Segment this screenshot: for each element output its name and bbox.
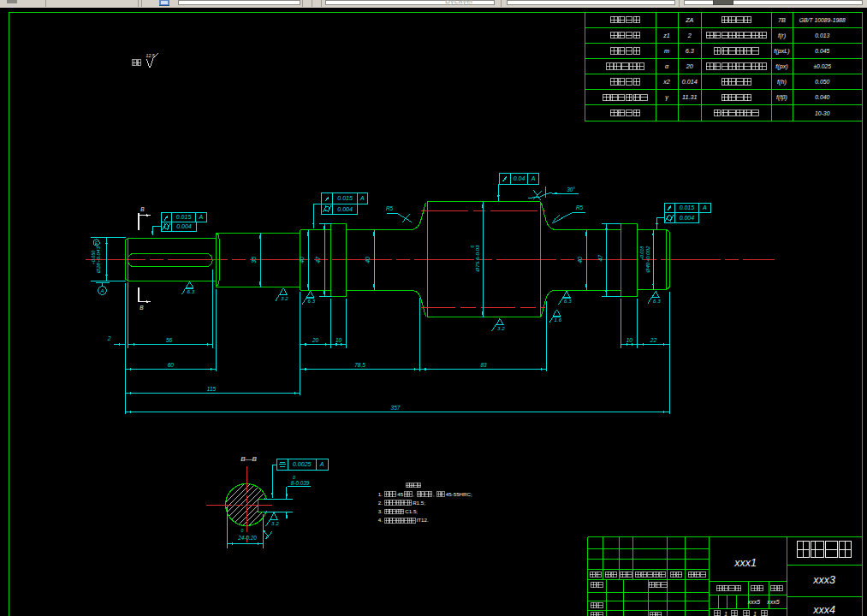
svg-text:0.04: 0.04 (514, 175, 526, 181)
svg-text:z1: z1 (662, 32, 670, 39)
svg-text:83: 83 (480, 362, 487, 368)
svg-text:xxx5: xxx5 (747, 599, 761, 605)
svg-text:f(px): f(px) (775, 62, 787, 70)
svg-text:0.050: 0.050 (815, 79, 829, 85)
svg-text:0.015: 0.015 (680, 204, 695, 210)
svg-text:0.015: 0.015 (176, 214, 192, 220)
svg-text:8-0.039: 8-0.039 (291, 480, 310, 486)
svg-text:,: , (433, 491, 435, 497)
svg-text:±0.025: ±0.025 (813, 63, 831, 69)
svg-text:6.3: 6.3 (308, 298, 316, 304)
svg-text:f(r): f(r) (778, 32, 786, 39)
svg-text:10: 10 (336, 337, 342, 343)
svg-text:ZA: ZA (685, 16, 693, 24)
svg-text:24-0.20: 24-0.20 (237, 535, 257, 541)
svg-text:0.004: 0.004 (337, 206, 353, 212)
svg-text:20: 20 (686, 62, 693, 70)
svg-text:0.045: 0.045 (815, 48, 829, 54)
svg-text:40: 40 (578, 257, 584, 264)
svg-text:30°: 30° (567, 187, 575, 192)
svg-text:6.3: 6.3 (686, 47, 694, 55)
svg-text:Ø28+0.043: Ø28+0.043 (95, 246, 101, 274)
svg-text:22: 22 (650, 337, 657, 343)
svg-text:20: 20 (312, 337, 319, 343)
svg-text:0.004: 0.004 (176, 223, 192, 229)
svg-text:6.3: 6.3 (187, 288, 195, 294)
svg-text:0: 0 (293, 475, 295, 480)
svg-text:1.6: 1.6 (555, 317, 562, 323)
svg-text:γ: γ (665, 93, 668, 101)
svg-text:0.015: 0.015 (337, 195, 353, 201)
svg-text:xxx1: xxx1 (733, 557, 757, 569)
svg-text:α: α (665, 62, 669, 70)
svg-text:,: , (413, 491, 414, 497)
svg-text:B—B: B—B (241, 455, 257, 463)
svg-text:3.2: 3.2 (271, 520, 279, 526)
svg-text:xxx3: xxx3 (812, 574, 835, 586)
svg-text:0.040: 0.040 (815, 94, 829, 100)
svg-text:47: 47 (316, 256, 322, 264)
svg-text:f(h): f(h) (777, 78, 787, 86)
svg-text:2.: 2. (378, 500, 383, 506)
svg-text:0.0025: 0.0025 (293, 461, 312, 467)
svg-text:6.3: 6.3 (564, 298, 572, 304)
svg-text:xxx4: xxx4 (812, 604, 835, 616)
svg-text:10-30: 10-30 (815, 110, 830, 116)
svg-text:f(pxL): f(pxL) (774, 47, 789, 55)
svg-text:A: A (359, 195, 365, 201)
svg-text:R5: R5 (576, 204, 584, 210)
svg-text:115: 115 (207, 386, 217, 392)
svg-text:7B: 7B (778, 16, 786, 24)
svg-text:40: 40 (300, 257, 306, 264)
svg-text:E: E (95, 240, 98, 246)
svg-text:0: 0 (470, 245, 475, 247)
svg-text:10: 10 (626, 337, 633, 343)
svg-text:+0.050: +0.050 (91, 251, 96, 265)
svg-text:45: 45 (397, 491, 403, 497)
svg-text:x2: x2 (662, 78, 670, 86)
svg-text:IT12.: IT12. (417, 517, 429, 523)
svg-text:45-55HRC;: 45-55HRC; (446, 491, 472, 497)
svg-text:1.: 1. (378, 491, 383, 497)
svg-text:35: 35 (252, 257, 258, 264)
svg-text:2: 2 (687, 32, 692, 39)
svg-text:0.013: 0.013 (815, 33, 829, 38)
svg-text:A: A (702, 204, 707, 210)
svg-text:357: 357 (391, 405, 401, 411)
svg-text:0.004: 0.004 (680, 215, 695, 221)
svg-text:1: 1 (753, 611, 757, 616)
svg-text:1: 1 (724, 611, 727, 616)
svg-text:+0.018: +0.018 (639, 246, 644, 261)
svg-text:C1.5;: C1.5; (405, 508, 418, 514)
svg-text:R1.5;: R1.5; (413, 500, 425, 506)
svg-text:A: A (531, 175, 536, 181)
svg-text:78.5: 78.5 (354, 362, 365, 368)
svg-text:GB/T 10089-1988: GB/T 10089-1988 (799, 17, 846, 23)
svg-text:A: A (198, 214, 203, 220)
svg-text:0: 0 (241, 528, 244, 533)
svg-text:xxx5: xxx5 (766, 599, 780, 605)
svg-text:3.2: 3.2 (281, 295, 288, 301)
svg-text:60: 60 (168, 362, 175, 368)
svg-text:m: m (664, 47, 669, 55)
svg-text:6.3: 6.3 (653, 298, 661, 304)
svg-text:0.014: 0.014 (682, 78, 698, 86)
svg-text:47: 47 (597, 254, 603, 262)
svg-text:11.31: 11.31 (682, 93, 697, 101)
svg-text:A: A (319, 461, 324, 467)
svg-text:B: B (140, 305, 144, 311)
svg-text:f(fβ): f(fβ) (776, 93, 787, 101)
svg-text:R5: R5 (386, 205, 394, 211)
svg-text:B: B (140, 206, 145, 212)
svg-text:A: A (99, 288, 104, 293)
svg-text:3.2: 3.2 (497, 325, 505, 331)
svg-text:3.: 3. (378, 508, 383, 514)
svg-text:Ø75.6-0.03: Ø75.6-0.03 (474, 245, 480, 273)
svg-text:2: 2 (107, 335, 111, 341)
svg-text:Ø40+0.002: Ø40+0.002 (644, 246, 650, 273)
svg-text:12.5: 12.5 (146, 53, 155, 58)
svg-text:4.: 4. (378, 517, 383, 523)
svg-text:56: 56 (166, 337, 173, 343)
svg-text:40: 40 (365, 257, 371, 264)
